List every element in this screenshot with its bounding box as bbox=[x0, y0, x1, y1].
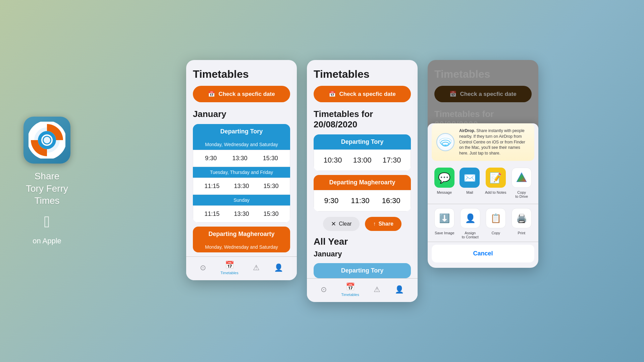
assign-contact-icon: 👤 bbox=[460, 208, 480, 228]
screen1: Timetables 📅 Check a specfic date Januar… bbox=[186, 60, 297, 280]
nav-alerts-1[interactable]: ⚠ bbox=[253, 263, 260, 272]
screen2-bottom-nav: ⊙ 📅 Timetables ⚠ 👤 bbox=[307, 278, 418, 302]
nav-timetables-2[interactable]: 📅 Timetables bbox=[341, 283, 359, 297]
departing-tory-header-1: Departing Tory bbox=[193, 124, 290, 139]
screen2-content: Timetables 📅 Check a specfic date Timeta… bbox=[307, 60, 418, 278]
on-apple-label: on Apple bbox=[33, 237, 61, 245]
drive-label: Copyto Drive bbox=[515, 190, 528, 198]
nav-alerts-2[interactable]: ⚠ bbox=[374, 285, 380, 294]
home-icon-1: ⊙ bbox=[200, 263, 206, 272]
mail-icon: ✉️ bbox=[460, 168, 480, 188]
calendar-icon-2: 📅 bbox=[329, 90, 336, 98]
screen1-content: Timetables 📅 Check a specfic date Januar… bbox=[186, 60, 297, 256]
departing-magh-header-1: Departing Magheroarty bbox=[193, 227, 290, 242]
tory-time-3: 17:30 bbox=[382, 156, 401, 165]
action-print[interactable]: 🖨️ Print bbox=[512, 208, 532, 239]
profile-icon-1: 👤 bbox=[274, 263, 283, 272]
time3-3: 15:30 bbox=[263, 210, 278, 218]
time1-2: 13:30 bbox=[232, 155, 247, 162]
print-label: Print bbox=[518, 231, 525, 235]
clear-button[interactable]: ✕ Clear bbox=[323, 217, 360, 231]
timetables-label-1: Timetables bbox=[220, 271, 238, 275]
magh-time-3: 16:30 bbox=[382, 196, 400, 205]
airdrop-icon bbox=[436, 133, 454, 151]
times1-row: 9:30 13:30 15:30 bbox=[193, 150, 290, 167]
main-layout: Share Tory Ferry Times  on Apple Timeta… bbox=[0, 0, 644, 362]
share-actions-row: ⬇️ Save Image 👤 Assignto Contact 📋 Copy … bbox=[428, 204, 538, 242]
timetables-icon-1: 📅 bbox=[225, 261, 234, 269]
all-year-title: All Year bbox=[314, 236, 411, 247]
timetables-icon-2: 📅 bbox=[346, 283, 355, 291]
departing-tory-header-2: Departing Tory bbox=[314, 134, 411, 149]
screen2-title: Timetables bbox=[314, 68, 411, 80]
save-image-label: Save Image bbox=[435, 231, 454, 235]
time2-3: 15:30 bbox=[263, 183, 278, 190]
assign-contact-label: Assignto Contact bbox=[462, 231, 479, 239]
cancel-button[interactable]: Cancel bbox=[432, 245, 534, 262]
action-copy[interactable]: 📋 Copy bbox=[486, 208, 506, 239]
month-label-1: January bbox=[193, 109, 290, 119]
airdrop-description: AirDrop. Share instantly with people nea… bbox=[459, 128, 530, 156]
timetables-for-label-2: Timetables for 20/08/2020 bbox=[314, 109, 411, 130]
days1-label: Monday, Wednesday and Saturday bbox=[193, 139, 290, 150]
notes-icon: 📝 bbox=[486, 168, 506, 188]
days2-label: Tuesday, Thursday and Friday bbox=[193, 167, 290, 178]
share-sheet: AirDrop. Share instantly with people nea… bbox=[428, 123, 538, 268]
time3-2: 13:30 bbox=[234, 210, 249, 218]
departing-tory-card-1: Departing Tory Monday, Wednesday and Sat… bbox=[193, 124, 290, 223]
january-label-2: January bbox=[314, 250, 411, 258]
time1-1: 9:30 bbox=[205, 155, 217, 162]
magh-time-2: 11:30 bbox=[351, 196, 369, 205]
app-icon bbox=[23, 117, 70, 164]
profile-icon-2: 👤 bbox=[395, 285, 404, 294]
nav-home-2[interactable]: ⊙ bbox=[321, 285, 327, 294]
brand-title: Share Tory Ferry Times bbox=[26, 170, 68, 207]
departing-tory-card-2: Departing Tory 10:30 13:00 17:30 bbox=[314, 134, 411, 171]
action-assign-contact[interactable]: 👤 Assignto Contact bbox=[460, 208, 480, 239]
time1-3: 15:30 bbox=[263, 155, 278, 162]
nav-profile-1[interactable]: 👤 bbox=[274, 263, 283, 272]
drive-icon bbox=[512, 168, 532, 188]
clear-share-row: ✕ Clear ↑ Share bbox=[314, 217, 411, 231]
action-save-image[interactable]: ⬇️ Save Image bbox=[434, 208, 454, 239]
screen3-title: Timetables bbox=[434, 68, 532, 80]
home-icon-2: ⊙ bbox=[321, 285, 327, 294]
check-date-button-1[interactable]: 📅 Check a specfic date bbox=[193, 86, 290, 102]
save-image-icon: ⬇️ bbox=[434, 208, 454, 228]
tory-times-row-2: 10:30 13:00 17:30 bbox=[314, 149, 411, 171]
days3-label: Sunday bbox=[193, 195, 290, 205]
share-icon: ↑ bbox=[373, 221, 376, 227]
notes-label: Add to Notes bbox=[485, 190, 506, 194]
share-app-notes[interactable]: 📝 Add to Notes bbox=[485, 168, 506, 198]
message-label: Message bbox=[437, 190, 452, 194]
nav-timetables-1[interactable]: 📅 Timetables bbox=[220, 261, 238, 275]
departing-magh-card-1: Departing Magheroarty Monday, Wednesday … bbox=[193, 227, 290, 252]
partial-tory-card-2: Departing Tory bbox=[314, 263, 411, 278]
departing-magh-card-2: Departing Magheroarty 9:30 11:30 16:30 bbox=[314, 175, 411, 212]
share-app-message[interactable]: 💬 Message bbox=[434, 168, 454, 198]
tory-time-1: 10:30 bbox=[323, 156, 342, 165]
tory-time-2: 13:00 bbox=[353, 156, 371, 165]
calendar-icon-3: 📅 bbox=[449, 90, 457, 98]
check-date-button-3: 📅 Check a specfic date bbox=[434, 86, 532, 102]
alert-icon-2: ⚠ bbox=[374, 285, 380, 294]
check-date-button-2[interactable]: 📅 Check a specfic date bbox=[314, 86, 411, 102]
nav-home-1[interactable]: ⊙ bbox=[200, 263, 206, 272]
timetables-label-2: Timetables bbox=[341, 293, 359, 297]
nav-profile-2[interactable]: 👤 bbox=[395, 285, 404, 294]
x-icon: ✕ bbox=[331, 220, 336, 228]
branding-section: Share Tory Ferry Times  on Apple bbox=[13, 117, 80, 245]
screen1-bottom-nav: ⊙ 📅 Timetables ⚠ 👤 bbox=[186, 256, 297, 280]
phone-screens-container: Timetables 📅 Check a specfic date Januar… bbox=[94, 60, 631, 302]
airdrop-section: AirDrop. Share instantly with people nea… bbox=[432, 123, 534, 161]
times3-row: 11:15 13:30 15:30 bbox=[193, 205, 290, 223]
alert-icon-1: ⚠ bbox=[253, 263, 260, 272]
apple-logo-icon:  bbox=[44, 214, 50, 230]
svg-point-4 bbox=[44, 137, 50, 143]
share-apps-row: 💬 Message ✉️ Mail 📝 Add to Notes bbox=[428, 165, 538, 204]
share-button[interactable]: ↑ Share bbox=[365, 217, 401, 231]
screen2: Timetables 📅 Check a specfic date Timeta… bbox=[307, 60, 418, 302]
time2-1: 11:15 bbox=[204, 183, 219, 190]
share-app-drive[interactable]: Copyto Drive bbox=[512, 168, 532, 198]
share-app-mail[interactable]: ✉️ Mail bbox=[460, 168, 480, 198]
